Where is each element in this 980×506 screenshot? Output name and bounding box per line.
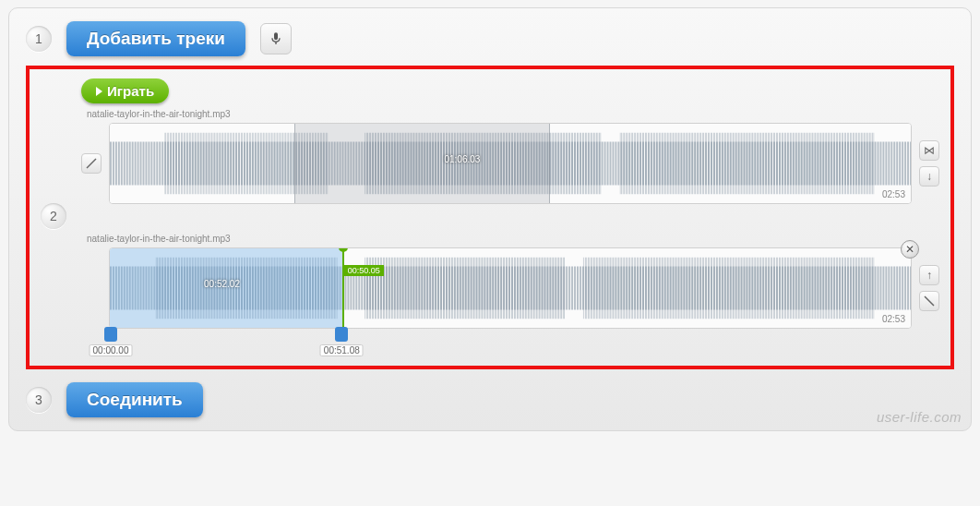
record-mic-button[interactable]: [260, 23, 292, 54]
range-end-label: 00:51.08: [320, 344, 364, 356]
remove-track-button[interactable]: ✕: [901, 240, 919, 259]
fadeout-button[interactable]: [919, 291, 939, 311]
fadein-icon: [86, 158, 97, 169]
play-button[interactable]: Играть: [81, 78, 169, 103]
selection-time-label: 00:52.02: [204, 279, 240, 289]
track-duration: 02:53: [882, 314, 905, 324]
step-number-3: 3: [26, 387, 52, 413]
microphone-icon: [269, 31, 283, 46]
play-icon: [96, 87, 102, 96]
crossfade-button[interactable]: ⋈: [919, 140, 939, 161]
selection-segment[interactable]: [294, 124, 551, 203]
svg-rect-12: [583, 248, 875, 328]
arrow-up-icon: ↑: [926, 269, 932, 282]
move-down-button[interactable]: ↓: [919, 166, 939, 187]
highlighted-region: 2 Играть natalie-taylor-in-the-air-tonig…: [26, 66, 954, 369]
step-2: 2 Играть natalie-taylor-in-the-air-tonig…: [41, 78, 939, 353]
app-panel: 1 Добавить треки 2 Играть natalie-taylor…: [8, 7, 972, 431]
add-tracks-button[interactable]: Добавить треки: [66, 21, 245, 56]
svg-rect-11: [365, 248, 565, 328]
step-3: 3 Соединить: [26, 382, 954, 417]
playhead-time-flag: 00:50.05: [344, 265, 384, 276]
playhead[interactable]: 00:50.05: [342, 247, 344, 329]
range-start-label: 00:00.00: [90, 344, 133, 356]
track-filename: natalie-taylor-in-the-air-tonight.mp3: [81, 109, 939, 119]
arrow-down-icon: ↓: [926, 170, 932, 183]
step-1: 1 Добавить треки: [26, 21, 954, 56]
step-number-1: 1: [26, 26, 52, 52]
close-icon: ✕: [905, 243, 914, 256]
range-handle-end[interactable]: [335, 327, 348, 342]
fadein-button[interactable]: [81, 153, 102, 174]
track-block: natalie-taylor-in-the-air-tonight.mp3: [81, 109, 939, 204]
fadeout-icon: [924, 295, 935, 307]
move-up-button[interactable]: ↑: [919, 265, 939, 285]
waveform-container[interactable]: ✕ 00:52.02: [109, 247, 912, 329]
play-label: Играть: [107, 83, 154, 99]
track-filename: natalie-taylor-in-the-air-tonight.mp3: [81, 234, 939, 244]
range-handle-start[interactable]: [104, 327, 117, 342]
track-block: natalie-taylor-in-the-air-tonight.mp3 ✕: [81, 234, 939, 329]
waveform-container[interactable]: 01:06.03 02:53: [109, 123, 912, 204]
watermark: user-life.com: [877, 409, 962, 425]
join-button[interactable]: Соединить: [66, 382, 203, 417]
crossfade-icon: ⋈: [924, 144, 935, 157]
step-number-2: 2: [41, 203, 66, 229]
segment-time-label: 01:06.03: [444, 154, 480, 164]
svg-rect-7: [619, 124, 874, 203]
track-duration: 02:53: [882, 189, 905, 199]
